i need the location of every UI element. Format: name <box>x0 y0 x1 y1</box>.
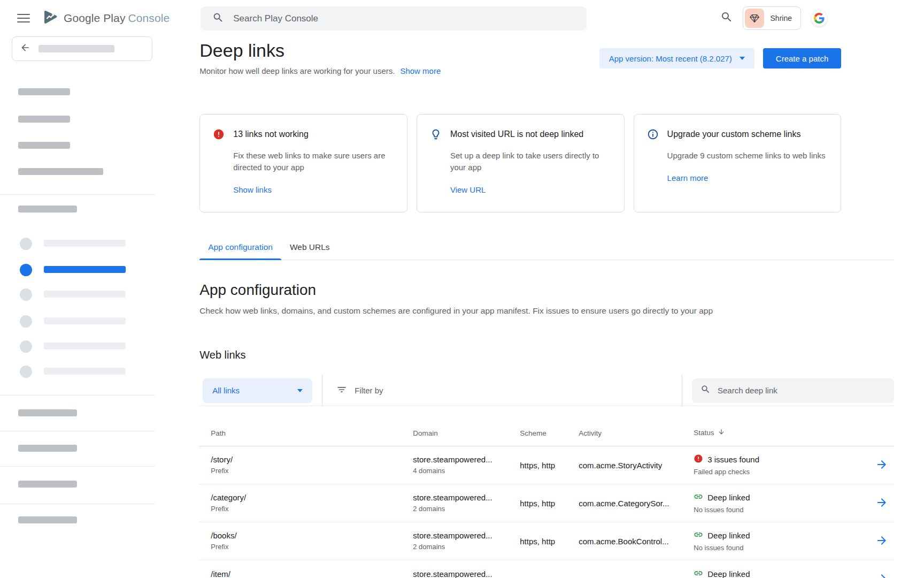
path-type: Prefix <box>211 543 413 551</box>
play-console-app: Google PlayConsole <box>0 0 924 578</box>
arrow-right-icon <box>875 496 888 509</box>
web-links-toolbar: All links Filter by <box>199 375 894 406</box>
link-icon <box>694 492 703 503</box>
card-body: Set up a deep link to take users directl… <box>450 150 611 173</box>
topbar: Shrine <box>199 0 894 36</box>
deep-link-search-input[interactable] <box>718 386 878 395</box>
skeleton-bar <box>18 516 77 523</box>
google-account-avatar[interactable] <box>811 10 828 27</box>
sidebar-divider <box>0 194 155 195</box>
card-upgrade-scheme-links: Upgrade your custom scheme links Upgrade… <box>634 114 842 212</box>
sidebar-divider <box>0 466 155 467</box>
skeleton-bar <box>44 240 126 247</box>
domain-value: store.steampowered... <box>413 531 520 540</box>
arrow-right-icon <box>875 572 888 578</box>
path-type: Prefix <box>211 467 413 475</box>
sidebar-divider <box>0 395 155 396</box>
show-links-link[interactable]: Show links <box>233 185 272 194</box>
card-title: 13 links not working <box>233 128 309 140</box>
deep-link-search[interactable] <box>692 378 894 403</box>
search-icon[interactable] <box>720 11 733 26</box>
error-icon <box>694 454 703 465</box>
page-title: Deep links <box>199 40 441 61</box>
column-header-domain[interactable]: Domain <box>413 429 520 437</box>
skeleton-nav-icon <box>20 340 32 353</box>
view-url-link[interactable]: View URL <box>450 185 486 194</box>
topbar-actions: Shrine <box>720 0 828 36</box>
status-value: Deep linked <box>707 569 750 578</box>
domain-count: 2 domains <box>413 543 520 551</box>
console-search-bar[interactable] <box>201 6 587 31</box>
error-icon <box>213 128 225 142</box>
column-header-scheme[interactable]: Scheme <box>520 429 579 437</box>
all-links-filter-dropdown[interactable]: All links <box>203 378 312 403</box>
column-header-activity[interactable]: Activity <box>579 429 694 437</box>
back-arrow-icon <box>20 42 30 55</box>
status-value: Deep linked <box>707 531 750 540</box>
status-detail: No issues found <box>694 544 869 552</box>
sort-descending-icon <box>718 428 725 437</box>
activity-value: com.acme.StoryActivity <box>579 461 694 470</box>
show-more-link[interactable]: Show more <box>400 66 441 75</box>
open-row-button[interactable] <box>874 457 889 474</box>
current-app-name: Shrine <box>771 14 792 22</box>
page-subtitle: Monitor how well deep links are working … <box>199 66 441 75</box>
skeleton-bar <box>18 116 70 123</box>
open-row-button[interactable] <box>874 571 889 578</box>
domain-value: store.steampowered... <box>413 455 520 464</box>
open-row-button[interactable] <box>874 495 889 512</box>
toolbar-divider <box>322 375 322 406</box>
page-header: Deep links Monitor how well deep links a… <box>199 40 841 75</box>
sidebar-divider <box>0 431 155 431</box>
skeleton-bar <box>18 481 77 488</box>
card-title: Upgrade your custom scheme links <box>667 128 801 140</box>
domain-count: 4 domains <box>413 467 520 475</box>
app-version-dropdown[interactable]: App version: Most recent (8.2.027) <box>599 48 754 69</box>
filter-by-button[interactable]: Filter by <box>336 384 672 397</box>
skeleton-bar <box>44 291 126 298</box>
card-title: Most visited URL is not deep linked <box>450 128 583 140</box>
skeleton-bar <box>18 142 70 149</box>
skeleton-bar <box>18 88 70 95</box>
table-row[interactable]: /books/Prefix store.steampowered...2 dom… <box>199 522 894 560</box>
link-icon <box>694 530 703 541</box>
skeleton-bar <box>44 317 126 324</box>
back-button[interactable] <box>12 36 152 61</box>
scheme-value: https, http <box>520 461 579 470</box>
google-play-console-logo[interactable]: Google PlayConsole <box>42 9 170 28</box>
domain-value: store.steampowered... <box>413 493 520 502</box>
app-version-label: App version: Most recent (8.2.027) <box>609 54 732 63</box>
tab-web-urls[interactable]: Web URLs <box>281 242 338 260</box>
active-nav-icon <box>20 264 32 276</box>
domain-value: store.steampowered... <box>413 569 520 578</box>
menu-icon[interactable] <box>17 11 30 25</box>
sidebar-divider <box>0 504 155 504</box>
table-row[interactable]: /category/Prefix store.steampowered...2 … <box>199 484 894 522</box>
arrow-right-icon <box>875 534 888 547</box>
activity-value: com.acme.BookControl... <box>579 537 694 546</box>
filter-by-label: Filter by <box>355 386 383 395</box>
card-body: Fix these web links to make sure users a… <box>233 150 394 173</box>
card-links-not-working: 13 links not working Fix these web links… <box>199 114 407 212</box>
learn-more-link[interactable]: Learn more <box>667 173 709 182</box>
skeleton-bar <box>44 368 126 375</box>
toolbar-divider <box>682 375 682 406</box>
column-header-status[interactable]: Status <box>694 428 869 437</box>
card-most-visited-url: Most visited URL is not deep linked Set … <box>417 114 625 212</box>
console-search-input[interactable] <box>233 13 554 24</box>
column-header-path[interactable]: Path <box>199 429 413 437</box>
skeleton-bar <box>18 445 77 452</box>
create-patch-button[interactable]: Create a patch <box>763 48 841 69</box>
open-row-button[interactable] <box>874 533 889 550</box>
sidebar-item-active[interactable] <box>44 266 126 273</box>
app-switcher[interactable]: Shrine <box>743 6 801 30</box>
google-g-icon <box>814 13 825 24</box>
link-icon <box>694 568 703 578</box>
arrow-right-icon <box>875 458 888 471</box>
card-body: Upgrade 9 custom scheme links to web lin… <box>667 150 828 162</box>
table-row[interactable]: /item/ store.steampowered... Deep linked <box>199 560 894 578</box>
tab-app-configuration[interactable]: App configuration <box>199 242 281 260</box>
status-detail: Failed app checks <box>694 468 869 476</box>
table-row[interactable]: /story/Prefix store.steampowered...4 dom… <box>199 446 894 484</box>
path-value: /item/ <box>211 569 413 578</box>
